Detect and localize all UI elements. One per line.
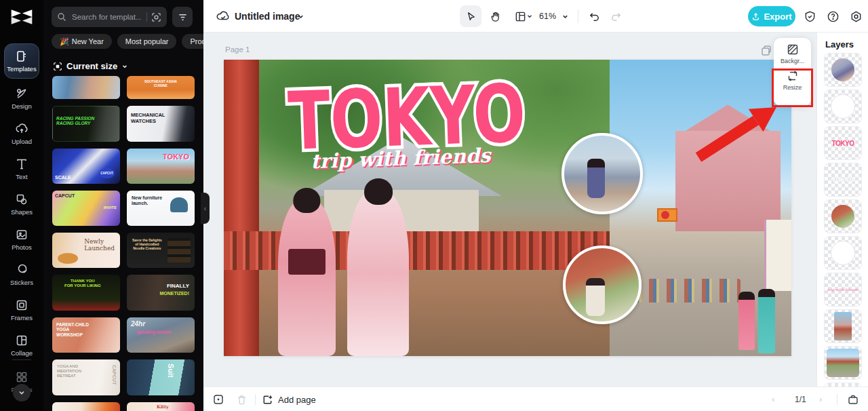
template-thumbnail[interactable]: SOUTHEAST ASIAN CUISINE	[127, 76, 195, 99]
inset-photo-circle[interactable]	[563, 246, 642, 324]
layer-item[interactable]	[824, 236, 862, 270]
chip-most-popular[interactable]: Most popular	[117, 34, 177, 49]
sidebar-item-frames[interactable]: Frames	[3, 294, 41, 326]
template-thumbnail[interactable]	[52, 76, 120, 99]
settings-button[interactable]	[845, 5, 867, 27]
sidebar-item-templates[interactable]: Templates	[4, 43, 39, 79]
pages-overview-button[interactable]	[846, 393, 860, 406]
shop-banner-shape	[764, 220, 791, 291]
add-page-label: Add page	[278, 395, 316, 405]
template-thumbnail[interactable]: CAPCUT INVITE	[52, 191, 120, 226]
layer-shape-circle	[831, 95, 854, 118]
layer-item[interactable]	[824, 346, 862, 380]
template-thumbnail[interactable]: FINALLY MONETIZED!	[127, 275, 195, 311]
size-frame-icon	[53, 62, 62, 71]
chip-product[interactable]: Prod	[182, 34, 203, 49]
template-thumbnail[interactable]: Savor the Delights of Handcrafted Noodle…	[127, 233, 195, 268]
design-icon	[15, 87, 28, 100]
sidebar-item-stickers[interactable]: Stickers	[3, 259, 41, 290]
template-thumbnail[interactable]: PARENT-CHILD YOGA WORKSHOP	[52, 317, 120, 353]
undo-button[interactable]	[583, 5, 605, 27]
layer-item[interactable]: TOKYO	[824, 126, 862, 160]
add-page-button[interactable]: Add page	[262, 391, 316, 408]
duplicate-page-icon[interactable]	[760, 45, 772, 57]
template-thumbnail[interactable]	[52, 402, 120, 411]
background-label: Backgr...	[781, 58, 804, 64]
layers-panel: Layers TOKYO TOKYO trip with friends	[816, 33, 868, 387]
search-input[interactable]	[71, 12, 142, 22]
template-thumbnail[interactable]: Kitty	[127, 402, 195, 411]
shapes-icon	[15, 193, 28, 206]
template-thumbnail[interactable]: SCALE CAPCUT	[52, 149, 120, 184]
hand-tool-button[interactable]	[484, 5, 506, 27]
layer-item[interactable]: TOKYO	[824, 163, 862, 197]
zoom-chevron-down-icon[interactable]	[561, 13, 569, 20]
background-button[interactable]: Backgr...	[774, 43, 811, 64]
duplicate-page-button[interactable]	[212, 393, 225, 406]
layout-tool-button[interactable]	[509, 5, 538, 27]
chair-shape	[170, 197, 188, 212]
prev-page-button[interactable]: ‹	[772, 394, 774, 404]
image-search-icon[interactable]	[151, 12, 161, 22]
template-thumbnail[interactable]: Newly Launched	[52, 233, 120, 268]
template-thumbnail[interactable]: Suit	[127, 359, 195, 395]
safety-button[interactable]	[799, 5, 821, 27]
redo-button[interactable]	[605, 5, 627, 27]
layer-text: TOKYO	[832, 140, 854, 147]
kimono-figure	[278, 199, 336, 356]
panel-collapse-handle[interactable]: ‹	[201, 193, 210, 224]
layer-text: TOKYO	[832, 176, 854, 184]
template-thumbnail[interactable]: THANK YOU FOR YOUR LIKING	[52, 275, 120, 311]
chip-new-year[interactable]: 🎉 New Year	[52, 34, 112, 49]
upload-cloud-icon	[15, 122, 28, 136]
text-icon	[15, 157, 28, 171]
layer-item[interactable]	[824, 53, 862, 87]
layer-shape-circle	[831, 241, 854, 265]
canvas-stage[interactable]: Page 1 TOKYO trip with friends	[203, 33, 816, 387]
delete-page-button[interactable]	[235, 393, 248, 406]
template-thumbnail[interactable]: YOGA AND MEDITATION RETREAT CAPCUT	[52, 359, 120, 395]
template-thumbnail[interactable]: TOKYO	[127, 149, 195, 184]
template-thumbnail[interactable]: New furniture launch.	[127, 191, 195, 226]
template-thumbnail[interactable]: RACING PASSION RACING GLORY	[52, 106, 120, 142]
chevron-down-icon[interactable]	[297, 13, 304, 20]
inset-photo-circle[interactable]	[561, 133, 643, 214]
layer-item[interactable]: trip with friends	[824, 273, 862, 307]
zoom-level[interactable]: 61%	[539, 12, 556, 21]
current-size-label: Current size	[66, 61, 117, 71]
sidebar-item-photos[interactable]: Photos	[3, 224, 41, 255]
layout-icon	[515, 11, 526, 22]
layer-photo	[834, 312, 852, 340]
export-button[interactable]: Export	[748, 6, 795, 26]
layer-item[interactable]	[824, 90, 862, 123]
collage-icon	[15, 334, 28, 347]
export-icon	[751, 12, 760, 21]
sidebar-item-design[interactable]: Design	[3, 83, 41, 114]
capcut-logo-icon[interactable]	[9, 8, 34, 26]
annotation-arrow	[688, 102, 783, 167]
briefcase-icon	[847, 393, 859, 406]
page-indicator: 1/1	[795, 395, 806, 404]
sidebar-item-collage[interactable]: Collage	[3, 330, 41, 361]
layer-item[interactable]	[824, 309, 862, 343]
rail-collapse-button[interactable]	[13, 384, 31, 402]
annotation-highlight-box	[772, 68, 813, 107]
kimono-figure	[738, 292, 755, 350]
sidebar-item-shapes[interactable]: Shapes	[3, 189, 41, 220]
select-tool-button[interactable]	[460, 5, 481, 27]
hand-icon	[490, 11, 501, 22]
template-thumbnail[interactable]: MECHANICAL WATCHES	[127, 106, 195, 142]
shield-check-icon	[804, 10, 816, 23]
sidebar-item-text[interactable]: Text	[3, 153, 41, 184]
sidebar-item-upload[interactable]: Upload	[3, 118, 41, 149]
current-size-filter[interactable]: Current size	[53, 61, 128, 71]
help-button[interactable]	[822, 5, 844, 27]
party-popper-emoji: 🎉	[60, 37, 69, 46]
template-thumbnail[interactable]: 24hr speaking korean	[127, 317, 195, 353]
filter-button[interactable]	[172, 7, 193, 27]
next-page-button[interactable]: ›	[819, 394, 822, 404]
document-title[interactable]: Untitled image	[235, 11, 300, 22]
layer-item[interactable]	[824, 199, 862, 233]
search-box[interactable]	[52, 7, 167, 27]
input-divider	[146, 12, 147, 22]
